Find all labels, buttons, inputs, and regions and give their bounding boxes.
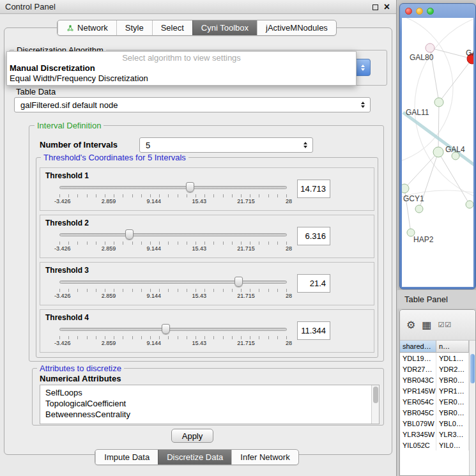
network-edge[interactable]: [439, 59, 472, 102]
slider-thumb[interactable]: [162, 324, 170, 334]
tick-label: 9.144: [147, 198, 162, 204]
table-row[interactable]: YBR043C YBR0…: [400, 374, 469, 385]
network-node[interactable]: [433, 147, 443, 157]
thresholds-group-title: Threshold's Coordinates for 5 Intervals: [41, 153, 188, 162]
tick-label: 9.144: [147, 245, 162, 252]
node-label: GAL11: [406, 108, 429, 117]
table-scrollbar[interactable]: [469, 341, 475, 475]
threshold-block: Threshold 4 -3.4262.8599.14415.4321.7152…: [40, 309, 374, 353]
tab[interactable]: Discretize Data: [158, 450, 231, 464]
network-node[interactable]: [466, 201, 473, 208]
threshold-value-field[interactable]: 14.713: [297, 180, 330, 198]
num-intervals-label: Number of Intervals: [40, 140, 118, 150]
screen: Control Panel ×: [0, 0, 476, 476]
table-row[interactable]: YPR145W YPR1…: [400, 385, 469, 396]
network-edge[interactable]: [403, 112, 473, 166]
tab-label: jActiveMNodules: [266, 23, 328, 33]
num-intervals-combobox[interactable]: 5: [139, 137, 313, 153]
attribute-list-item[interactable]: SelfLoops: [45, 387, 379, 398]
threshold-value-field[interactable]: 11.344: [297, 321, 330, 340]
select-checkboxes-icon[interactable]: ☑☑: [438, 321, 452, 328]
table-row[interactable]: YDL19… YDL1…: [400, 353, 469, 364]
threshold-block: Threshold 3 -3.4262.8599.14415.4321.7152…: [40, 262, 374, 305]
column-header-shared-name[interactable]: shared…: [400, 341, 436, 353]
table-row[interactable]: YLR345W YLR3…: [400, 429, 469, 440]
attribute-list-item[interactable]: BetweennessCentrality: [45, 409, 379, 420]
attribute-list-item[interactable]: TopologicalCoefficient: [45, 398, 379, 409]
table-data-combobox[interactable]: galFiltered.sif default node: [14, 97, 371, 112]
table-row[interactable]: YDR27… YDR2…: [400, 364, 469, 374]
control-panel-titlebar: Control Panel ×: [0, 0, 396, 14]
tick-label: 21.715: [237, 245, 255, 252]
threshold-list: Threshold 1 -3.4262.8599.14415.4321.7152…: [40, 167, 374, 357]
threshold-slider[interactable]: [59, 324, 287, 334]
table-cell: YER054C: [400, 396, 436, 407]
attributes-scrollbar[interactable]: [371, 385, 379, 424]
node-label: GCY1: [403, 194, 424, 203]
combo-arrows-icon[interactable]: [355, 59, 371, 76]
tick-label: -3.426: [54, 340, 71, 346]
float-window-icon[interactable]: [372, 4, 378, 10]
scrollbar-thumb[interactable]: [373, 387, 378, 403]
network-canvas[interactable]: GAL80GAGAL11GAL4GCY1HAP2: [402, 18, 473, 287]
attributes-listbox: SelfLoops TopologicalCoefficient Between…: [40, 385, 380, 424]
tick-label: 15.43: [192, 198, 206, 204]
apply-button[interactable]: Apply: [171, 429, 213, 443]
scrollbar-thumb[interactable]: [470, 354, 475, 383]
table-row[interactable]: YIL052C YIL0…: [400, 440, 469, 450]
window-controls: [405, 8, 434, 15]
gear-icon[interactable]: ⚙: [406, 320, 415, 330]
tab[interactable]: Select: [152, 20, 192, 35]
tab[interactable]: Impute Data: [95, 450, 158, 464]
close-window-icon[interactable]: [405, 8, 412, 15]
dropdown-options: Manual Discretization Equal Width/Freque…: [7, 63, 356, 84]
table-cell: YIL052C: [400, 440, 436, 450]
tick-label: 28: [286, 198, 292, 204]
close-icon[interactable]: ×: [384, 2, 390, 12]
tab[interactable]: Style: [116, 20, 152, 35]
columns-icon[interactable]: ▦: [422, 320, 431, 330]
table-cell: YDR2…: [436, 364, 469, 374]
threshold-block: Threshold 2 -3.4262.8599.14415.4321.7152…: [40, 215, 374, 258]
threshold-value-field[interactable]: 6.316: [297, 227, 330, 245]
tick-label: 21.715: [237, 293, 255, 299]
network-node[interactable]: [434, 98, 443, 107]
zoom-window-icon[interactable]: [427, 8, 434, 15]
threshold-slider[interactable]: [59, 182, 287, 192]
threshold-slider[interactable]: [59, 229, 287, 240]
threshold-label: Threshold 1: [45, 171, 89, 180]
table-cell: YER0…: [436, 396, 469, 407]
tick-label: 15.43: [192, 245, 206, 252]
network-node[interactable]: [426, 43, 434, 52]
numerical-attributes-label: Numerical Attributes: [40, 374, 121, 383]
dropdown-placeholder-option: Select algorithm to view settings: [7, 53, 356, 63]
table-cell: YLR3…: [436, 429, 469, 440]
dropdown-option[interactable]: Manual Discretization: [7, 63, 356, 73]
slider-thumb[interactable]: [186, 182, 194, 192]
dropdown-option[interactable]: Equal Width/Frequency Discretization: [7, 73, 356, 84]
table-panel-titlebar: Table Panel: [397, 289, 476, 309]
slider-thumb[interactable]: [125, 229, 134, 240]
table-row[interactable]: YER054C YER0…: [400, 396, 469, 407]
slider-thumb[interactable]: [234, 277, 243, 287]
table-row[interactable]: YBR045C YBR0…: [400, 407, 469, 418]
network-edge[interactable]: [438, 102, 439, 152]
tick-label: 15.43: [192, 340, 206, 346]
tab[interactable]: Network: [58, 20, 116, 35]
table-toolbar: ⚙ ▦ ☑☑: [400, 310, 475, 341]
minimize-window-icon[interactable]: [416, 8, 423, 15]
table-row[interactable]: YBL079W YBL0…: [400, 418, 469, 429]
network-node[interactable]: [402, 184, 409, 193]
tab[interactable]: jActiveMNodules: [257, 20, 336, 35]
threshold-slider[interactable]: [59, 277, 287, 287]
tick-label: 2.859: [102, 198, 116, 204]
column-header-name[interactable]: n…: [436, 341, 469, 353]
tick-labels: -3.4262.8599.14415.4321.71528: [54, 293, 292, 299]
num-intervals-value: 5: [146, 141, 150, 150]
tab-label: Infer Network: [240, 452, 289, 462]
tab[interactable]: Infer Network: [231, 450, 298, 464]
threshold-value-field[interactable]: 21.4: [297, 274, 330, 293]
tab-label: Network: [77, 23, 108, 33]
tab[interactable]: Cyni Toolbox: [192, 20, 257, 35]
network-node[interactable]: [415, 205, 423, 213]
